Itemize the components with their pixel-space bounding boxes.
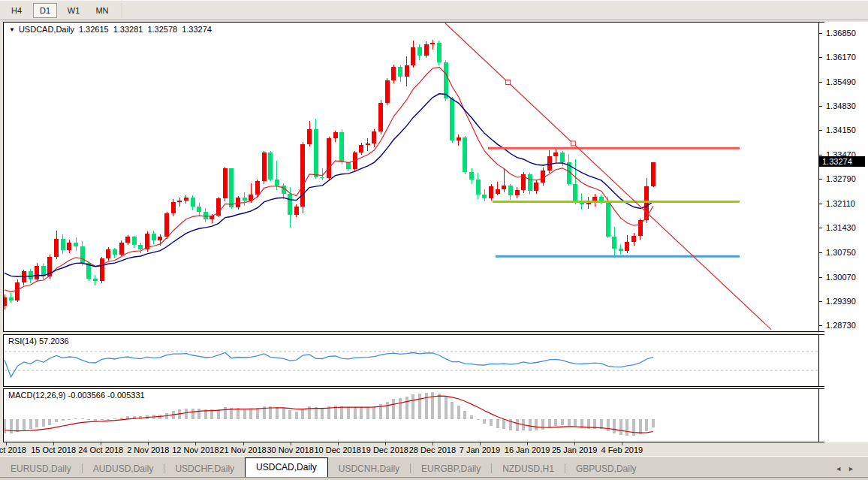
macd-bar	[120, 418, 123, 419]
macd-bar	[470, 415, 473, 419]
macd-bar	[35, 419, 38, 427]
macd-bar	[256, 408, 259, 419]
date-axis-label: 7 Jan 2019	[460, 445, 500, 454]
candle-body	[631, 236, 636, 242]
candle-body	[67, 243, 71, 250]
macd-bar	[425, 393, 428, 419]
macd-bar	[529, 419, 532, 431]
candle-body	[450, 98, 454, 140]
ohlc-open: 1.32615	[79, 25, 109, 34]
macd-bar	[48, 419, 51, 425]
price-axis-label: 1.30750	[826, 248, 856, 257]
timeframe-button-w1[interactable]: W1	[62, 3, 86, 18]
timeframe-button-d1[interactable]: D1	[33, 3, 57, 18]
candle-body	[651, 162, 656, 186]
date-axis[interactable]: 5 Oct 201815 Oct 201824 Oct 20182 Nov 20…	[0, 442, 868, 456]
macd-bar	[23, 419, 26, 430]
date-axis-label: 25 Jan 2019	[552, 445, 598, 454]
price-axis-label: 1.32110	[826, 199, 855, 208]
candle-body	[113, 249, 117, 255]
price-axis[interactable]: 1.368501.361701.354901.348301.341501.334…	[819, 22, 868, 442]
macd-bar	[451, 402, 454, 419]
main-chart-panel[interactable]: ▼USDCAD,Daily1.326151.332811.325781.3327…	[3, 22, 819, 332]
candle-body	[619, 249, 623, 251]
candle-body	[106, 249, 110, 258]
date-axis-label: 21 Nov 2018	[219, 445, 266, 454]
candles-layer	[4, 40, 656, 309]
macd-bar	[42, 419, 45, 427]
tab-eurusd-daily[interactable]: EURUSD,Daily	[0, 461, 82, 477]
tab-scroll-right-icon[interactable]: ►	[848, 465, 860, 472]
price-axis-label: 1.34150	[826, 125, 856, 134]
candle-body	[262, 152, 267, 181]
rsi-label: RSI(14) 57.2036	[8, 337, 69, 346]
candle-body	[268, 152, 273, 180]
price-axis-label: 1.32790	[826, 174, 856, 183]
date-axis-label: 15 Oct 2018	[31, 445, 76, 454]
axis-panel-bracket	[819, 388, 824, 442]
trendline-object[interactable]	[445, 23, 771, 330]
macd-bar	[81, 418, 84, 419]
price-axis-label: 1.30070	[826, 273, 856, 282]
timeframe-button-h4[interactable]: H4	[5, 3, 29, 18]
macd-bar	[496, 419, 499, 428]
trendline-anchor-marker[interactable]	[506, 80, 511, 85]
tab-eurgbp-daily[interactable]: EURGBP,Daily	[411, 461, 491, 477]
macd-bar	[288, 410, 291, 419]
macd-bar	[548, 419, 551, 427]
macd-bar	[490, 419, 493, 426]
tab-usdcnh-daily[interactable]: USDCNH,Daily	[328, 461, 410, 477]
macd-bar	[276, 407, 279, 419]
candle-body	[463, 137, 467, 172]
macd-bar	[327, 406, 330, 419]
candle-body	[385, 80, 390, 104]
candle-body	[508, 186, 513, 195]
tab-gbpusd-daily[interactable]: GBPUSD,Daily	[565, 461, 647, 477]
candle-body	[171, 202, 176, 214]
macd-bar	[541, 419, 544, 430]
candle-body	[177, 201, 182, 202]
tab-usdchf-daily[interactable]: USDCHF,Daily	[164, 461, 245, 477]
candle-body	[223, 168, 228, 198]
macd-bar	[392, 399, 395, 419]
candle-body	[197, 207, 201, 212]
candle-body	[391, 67, 396, 80]
candle-body	[502, 186, 506, 189]
toolbar-separator	[122, 3, 123, 18]
candle-body	[100, 258, 104, 281]
candle-body	[528, 174, 532, 191]
macd-bar	[561, 419, 564, 425]
symbol-dropdown-icon[interactable]: ▼	[9, 26, 15, 33]
tab-scroll-arrows[interactable]: ◄►	[835, 465, 860, 472]
macd-bar	[405, 397, 408, 419]
price-axis-label: 1.35490	[826, 77, 856, 86]
candle-body	[405, 65, 409, 77]
tab-audusd-daily[interactable]: AUDUSD,Daily	[83, 461, 164, 477]
macd-bar	[249, 409, 252, 419]
trendline-anchor-marker[interactable]	[571, 141, 575, 146]
candle-body	[54, 239, 59, 257]
rsi-chart	[4, 335, 818, 386]
tab-scroll-left-icon[interactable]: ◄	[835, 465, 848, 472]
candle-body	[191, 198, 195, 207]
macd-bar	[191, 409, 194, 419]
macd-bar	[101, 419, 104, 420]
rsi-line	[5, 352, 653, 377]
macd-bar	[535, 419, 538, 430]
price-axis-label: 1.31430	[826, 223, 856, 232]
macd-bar	[652, 419, 655, 427]
tab-nzdusd-h1[interactable]: NZDUSD,H1	[492, 461, 565, 477]
window-bottom-edge	[0, 477, 868, 480]
timeframe-toolbar: H4D1W1MN	[0, 0, 868, 20]
candle-body	[359, 145, 363, 152]
candle-body	[327, 138, 331, 178]
candle-body	[437, 43, 442, 62]
candle-body	[243, 198, 247, 201]
macd-bar	[445, 397, 448, 419]
candle-body	[515, 190, 520, 196]
candle-body	[553, 152, 558, 156]
candle-body	[229, 168, 234, 207]
tab-usdcad-daily[interactable]: USDCAD,Daily	[245, 457, 328, 477]
candle-body	[307, 129, 312, 144]
timeframe-button-mn[interactable]: MN	[90, 3, 114, 18]
